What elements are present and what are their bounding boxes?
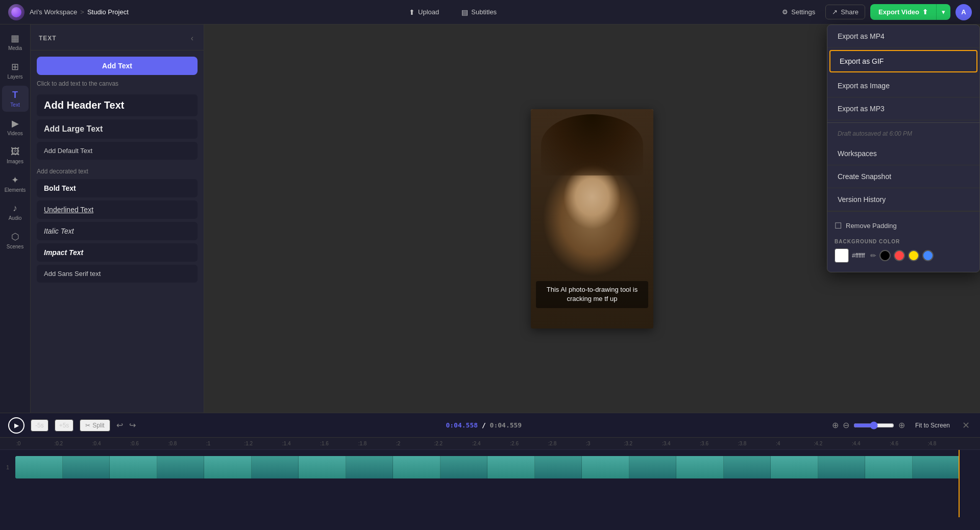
time-separator: / <box>482 421 490 429</box>
clip-thumb <box>204 456 252 478</box>
version-history-item[interactable]: Version History <box>827 188 979 211</box>
clip-thumb <box>535 456 582 478</box>
sidebar-item-images[interactable]: 🖼 Images <box>2 142 29 168</box>
text-panel-title: TEXT <box>39 35 57 42</box>
collapse-panel-button[interactable]: ‹ <box>189 32 195 45</box>
undo-button[interactable]: ↩ <box>116 420 123 430</box>
project-name[interactable]: Studio Project <box>87 8 129 16</box>
clip-thumb <box>818 456 866 478</box>
redo-button[interactable]: ↪ <box>129 420 136 430</box>
app-logo[interactable] <box>8 4 24 20</box>
video-frame: This AI photo-to-drawing tool is crackin… <box>531 109 653 329</box>
clip-thumb <box>110 456 157 478</box>
zoom-in-icon[interactable]: ⊕ <box>832 420 839 430</box>
remove-padding-label: Remove Padding <box>846 222 897 230</box>
export-mp4-item[interactable]: Export as MP4 <box>827 25 979 48</box>
color-preview-swatch[interactable] <box>835 248 849 263</box>
add-text-button[interactable]: Add Text <box>37 57 198 75</box>
sidebar-item-elements[interactable]: ✦ Elements <box>2 170 29 197</box>
underlined-text-option[interactable]: Underlined Text <box>37 200 198 219</box>
bold-text-option[interactable]: Bold Text <box>37 179 198 197</box>
share-icon: ↗ <box>832 8 838 16</box>
workspaces-item[interactable]: Workspaces <box>827 142 979 165</box>
add-header-text-option[interactable]: Add Header Text <box>37 94 198 116</box>
ruler-mark: :4.4 <box>851 441 889 446</box>
split-button[interactable]: ✂ Split <box>80 419 110 432</box>
subtitles-action[interactable]: ▤ Subtitles <box>456 5 502 19</box>
timeline-tracks: 1 <box>0 450 980 530</box>
impact-text-option[interactable]: Impact Text <box>37 243 198 262</box>
share-label: Share <box>841 8 859 16</box>
topbar-right: ⚙ Settings ↗ Share Export Video ⬆ ▾ A <box>777 4 972 20</box>
time-display: 0:04.558 / 0:04.559 <box>142 421 826 429</box>
export-button-group: Export Video ⬆ ▾ <box>870 4 950 20</box>
clip-thumb <box>15 456 63 478</box>
export-gif-item[interactable]: Export as GIF <box>829 50 977 72</box>
skip-forward-button[interactable]: +5s <box>55 419 74 432</box>
zoom-slider[interactable] <box>853 421 894 430</box>
clip-thumb <box>771 456 818 478</box>
export-mp3-item[interactable]: Export as MP3 <box>827 97 979 120</box>
ruler-mark: :2.4 <box>471 441 509 446</box>
export-dropdown-button[interactable]: ▾ <box>936 4 950 20</box>
split-icon: ✂ <box>85 422 90 429</box>
swatch-blue[interactable] <box>922 250 934 261</box>
close-timeline-button[interactable]: ✕ <box>960 418 972 433</box>
ruler-mark: :0.8 <box>167 441 205 446</box>
ruler-mark: :4.6 <box>889 441 926 446</box>
bg-color-title: BACKGROUND COLOR <box>835 239 972 244</box>
upload-action[interactable]: ⬆ Upload <box>404 5 444 19</box>
sidebar-item-layers[interactable]: ⊞ Layers <box>2 57 29 84</box>
clip-thumb <box>299 456 346 478</box>
ruler-mark: :3.4 <box>661 441 699 446</box>
zoom-out-icon[interactable]: ⊖ <box>843 420 849 430</box>
ruler-mark: :3.6 <box>699 441 737 446</box>
skip-back-label: -5s <box>35 422 44 429</box>
clip-thumb <box>487 456 535 478</box>
bg-color-section: BACKGROUND COLOR #ffffff ✏ <box>835 235 972 267</box>
clip-thumb <box>865 456 913 478</box>
sidebar-item-media[interactable]: ▦ Media <box>2 29 29 55</box>
caption-overlay: This AI photo-to-drawing tool is crackin… <box>536 281 648 308</box>
ruler-mark: :2.2 <box>433 441 471 446</box>
ruler-mark: :0.2 <box>53 441 91 446</box>
ruler-mark: :3 <box>585 441 623 446</box>
skip-back-button[interactable]: -5s <box>31 419 48 432</box>
ruler-mark: :4.8 <box>927 441 965 446</box>
color-hex-value: #ffffff <box>852 252 865 259</box>
scenes-label: Scenes <box>7 244 23 249</box>
checkbox-icon[interactable]: ☐ <box>835 221 842 231</box>
track-clip-1[interactable] <box>15 456 960 478</box>
audio-icon: ♪ <box>13 203 17 214</box>
color-picker-icon[interactable]: ✏ <box>870 251 876 260</box>
fit-to-screen-button[interactable]: Fit to Screen <box>911 420 954 431</box>
sans-serif-text-option[interactable]: Add Sans Serif text <box>37 265 198 283</box>
layers-label: Layers <box>7 74 22 80</box>
swatch-red[interactable] <box>894 250 905 261</box>
add-default-text-option[interactable]: Add Default Text <box>37 142 198 160</box>
workspace-name[interactable]: Ari's Workspace <box>30 8 77 16</box>
sidebar-item-scenes[interactable]: ⬡ Scenes <box>2 227 29 254</box>
swatch-yellow[interactable] <box>908 250 919 261</box>
user-avatar[interactable]: A <box>955 4 972 20</box>
settings-icon: ⚙ <box>782 8 788 16</box>
export-image-item[interactable]: Export as Image <box>827 74 979 97</box>
italic-text-option[interactable]: Italic Text <box>37 222 198 240</box>
zoom-in-plus-icon[interactable]: ⊕ <box>898 420 905 430</box>
skip-fwd-label: +5s <box>59 422 69 429</box>
sidebar-item-videos[interactable]: ▶ Videos <box>2 114 29 140</box>
settings-button[interactable]: ⚙ Settings <box>777 5 820 19</box>
split-label: Split <box>92 422 104 429</box>
create-snapshot-item[interactable]: Create Snapshot <box>827 165 979 188</box>
decorated-section-label: Add decorated text <box>37 168 198 175</box>
breadcrumb-separator: > <box>80 8 84 16</box>
sidebar-item-audio[interactable]: ♪ Audio <box>2 199 29 225</box>
sidebar-item-text[interactable]: T Text <box>2 86 29 112</box>
share-button[interactable]: ↗ Share <box>825 5 865 19</box>
swatch-black[interactable] <box>879 250 891 261</box>
play-button[interactable]: ▶ <box>8 417 24 434</box>
export-video-button[interactable]: Export Video ⬆ <box>870 4 936 20</box>
ruler-mark: :3.2 <box>623 441 661 446</box>
ruler-mark: :0.6 <box>129 441 167 446</box>
add-large-text-option[interactable]: Add Large Text <box>37 119 198 139</box>
